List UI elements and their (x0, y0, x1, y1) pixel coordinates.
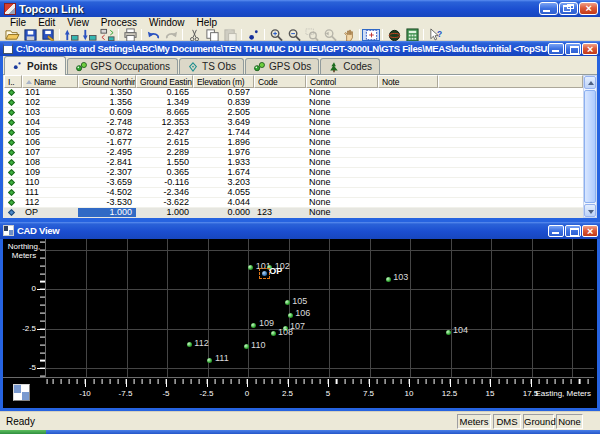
cell-note[interactable] (378, 128, 438, 138)
send-to-device-button[interactable] (62, 29, 80, 41)
cell-control[interactable]: None (306, 178, 378, 188)
column-header-icon[interactable]: I.. (4, 75, 22, 88)
cell-code[interactable] (254, 158, 306, 168)
cad-point-108[interactable] (271, 331, 276, 336)
cell-elevation[interactable]: 3.649 (193, 118, 254, 128)
cell-control[interactable]: None (306, 128, 378, 138)
add-point-button[interactable] (244, 29, 262, 41)
cell-code[interactable] (254, 108, 306, 118)
cell-note[interactable] (378, 158, 438, 168)
cell-note[interactable] (378, 138, 438, 148)
table-row-112[interactable]: 112-3.530-3.6224.044None (4, 198, 583, 208)
cell-icon[interactable] (4, 168, 22, 178)
tab-codes[interactable]: Codes (320, 58, 380, 74)
cell-code[interactable] (254, 178, 306, 188)
cell-name[interactable]: 111 (22, 188, 78, 198)
cell-control[interactable]: None (306, 208, 378, 218)
context-help-button[interactable]: ? (426, 29, 444, 41)
cell-easting[interactable]: 1.550 (136, 158, 193, 168)
copy-button[interactable] (203, 29, 221, 41)
table-row-102[interactable]: 1021.3561.3490.839None (4, 98, 583, 108)
cad-minimize-button[interactable] (548, 225, 564, 237)
cell-code[interactable] (254, 98, 306, 108)
calculator-button[interactable] (403, 29, 421, 41)
cad-point-106[interactable] (288, 313, 293, 318)
cell-name[interactable]: 106 (22, 138, 78, 148)
column-header-code[interactable]: Code (254, 75, 306, 88)
table-row-109[interactable]: 109-2.3070.3651.674None (4, 168, 583, 178)
cut-button[interactable] (185, 29, 203, 41)
cell-name[interactable]: 112 (22, 198, 78, 208)
cell-northing[interactable]: -2.841 (78, 158, 136, 168)
cell-control[interactable]: None (306, 138, 378, 148)
cell-note[interactable] (378, 88, 438, 98)
cad-point-104[interactable] (446, 330, 451, 335)
cell-northing[interactable]: -4.502 (78, 188, 136, 198)
cell-control[interactable]: None (306, 188, 378, 198)
cell-icon[interactable] (4, 158, 22, 168)
cell-northing[interactable]: -2.495 (78, 148, 136, 158)
cell-name[interactable]: 105 (22, 128, 78, 138)
cell-note[interactable] (378, 98, 438, 108)
cell-note[interactable] (378, 168, 438, 178)
cell-code[interactable] (254, 148, 306, 158)
cell-elevation[interactable]: 4.044 (193, 198, 254, 208)
cell-control[interactable]: None (306, 108, 378, 118)
tab-gps-obs[interactable]: GPS Obs (245, 58, 319, 74)
doc-maximize-button[interactable] (565, 43, 581, 55)
cell-control[interactable]: None (306, 198, 378, 208)
restore-button[interactable] (559, 2, 578, 15)
cell-northing[interactable]: -0.872 (78, 128, 136, 138)
cell-easting[interactable]: 2.615 (136, 138, 193, 148)
cell-note[interactable] (378, 178, 438, 188)
cell-elevation[interactable]: 1.933 (193, 158, 254, 168)
cell-control[interactable]: None (306, 88, 378, 98)
cell-elevation[interactable]: 2.505 (193, 108, 254, 118)
cell-code[interactable] (254, 188, 306, 198)
cell-name[interactable]: 107 (22, 148, 78, 158)
cell-icon[interactable] (4, 128, 22, 138)
cell-icon[interactable] (4, 208, 22, 218)
print-button[interactable] (121, 29, 139, 41)
cell-control[interactable]: None (306, 168, 378, 178)
cell-icon[interactable] (4, 118, 22, 128)
table-row-104[interactable]: 104-2.74812.3533.649None (4, 118, 583, 128)
cell-control[interactable]: None (306, 98, 378, 108)
cell-elevation[interactable]: 3.203 (193, 178, 254, 188)
fit-to-view-button[interactable] (362, 29, 380, 41)
cell-northing[interactable]: 1.356 (78, 98, 136, 108)
cell-code[interactable] (254, 138, 306, 148)
open-button[interactable] (3, 29, 21, 41)
column-header-note[interactable]: Note (378, 75, 438, 88)
table-row-108[interactable]: 108-2.8411.5501.933None (4, 158, 583, 168)
save-as-button[interactable] (39, 29, 57, 41)
cell-northing[interactable]: -2.307 (78, 168, 136, 178)
table-row-OP[interactable]: OP1.0001.0000.000123None (4, 208, 583, 218)
cad-plot-area[interactable]: 101102103104105106107108109110111112OP (45, 239, 594, 377)
cell-northing[interactable]: 1.350 (78, 88, 136, 98)
cell-icon[interactable] (4, 98, 22, 108)
cell-note[interactable] (378, 188, 438, 198)
cad-point-110[interactable] (244, 344, 249, 349)
cell-northing[interactable]: -2.748 (78, 118, 136, 128)
cell-easting[interactable]: -3.622 (136, 198, 193, 208)
cell-note[interactable] (378, 148, 438, 158)
cell-easting[interactable]: 0.165 (136, 88, 193, 98)
cell-icon[interactable] (4, 148, 22, 158)
cell-elevation[interactable]: 1.976 (193, 148, 254, 158)
cell-name[interactable]: 103 (22, 108, 78, 118)
cell-code[interactable] (254, 198, 306, 208)
zoom-in-button[interactable] (267, 29, 285, 41)
cad-point-OP[interactable] (262, 271, 267, 276)
cell-note[interactable] (378, 118, 438, 128)
cell-icon[interactable] (4, 198, 22, 208)
cell-code[interactable] (254, 88, 306, 98)
cell-icon[interactable] (4, 188, 22, 198)
table-row-111[interactable]: 111-4.502-2.3464.055None (4, 188, 583, 198)
minimize-button[interactable] (539, 2, 558, 15)
cell-easting[interactable]: 0.365 (136, 168, 193, 178)
cell-northing[interactable]: -3.659 (78, 178, 136, 188)
undo-button[interactable] (144, 29, 162, 41)
cell-elevation[interactable]: 1.896 (193, 138, 254, 148)
cell-easting[interactable]: 8.665 (136, 108, 193, 118)
